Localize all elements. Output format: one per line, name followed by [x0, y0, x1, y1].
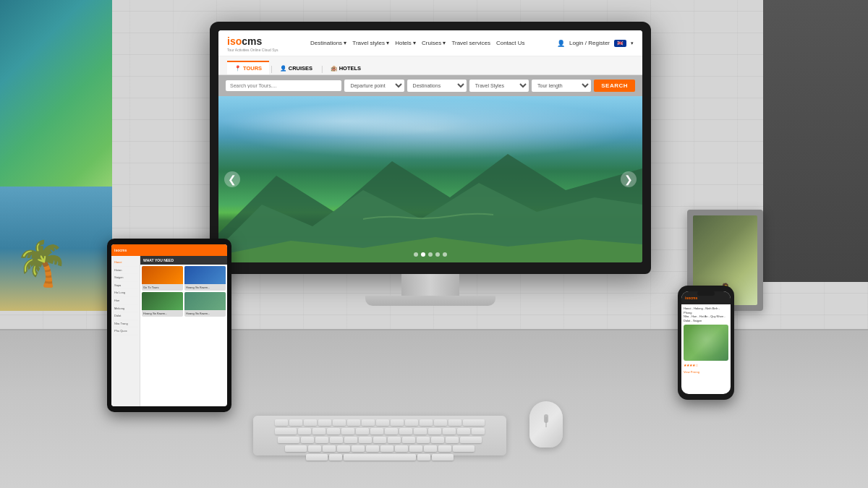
- phone-subtitle[interactable]: View Pricing: [684, 370, 728, 374]
- key: [347, 419, 360, 426]
- sidebar-item-nhatrang[interactable]: Nha Trang: [113, 320, 138, 328]
- hero-slider: ❮ ❯: [218, 96, 642, 262]
- tablet-card-2-text: Hoang Sa Kawm...: [184, 284, 226, 291]
- key: [409, 445, 422, 452]
- tour-length-select[interactable]: Tour length: [532, 80, 591, 92]
- tablet-card-4[interactable]: Hoang Sa Kawm...: [184, 292, 226, 317]
- key-shift-l: [285, 445, 307, 452]
- keyboard-row-1: [259, 419, 501, 426]
- sidebar-item-sapa[interactable]: Sapa: [113, 282, 138, 290]
- key: [315, 437, 328, 443]
- mouse-body: [529, 401, 563, 448]
- sidebar-item-mekong[interactable]: Mekong: [113, 305, 138, 313]
- travel-styles-select[interactable]: Travel Styles: [469, 80, 529, 92]
- tab-hotels-label: HOTELS: [339, 65, 361, 72]
- tablet-card-3[interactable]: Hoang Sa Kawm...: [142, 292, 183, 317]
- phone-bezel: isocms Hanoi - Halong - Ninh Binh - Phon…: [678, 286, 734, 400]
- tablet-card-2[interactable]: Hoang Sa Kawm...: [184, 266, 226, 291]
- tours-icon: 📍: [234, 65, 241, 72]
- key: [341, 428, 354, 435]
- tablet-content: WHAT YOU NEED Go To Tours Hoang Sa Kawm.…: [140, 256, 227, 406]
- sidebar-item-hue[interactable]: Hue: [113, 297, 138, 305]
- tablet-card-3-text: Hoang Sa Kawm...: [142, 310, 183, 317]
- nav-cruises[interactable]: Cruises ▾: [422, 40, 446, 46]
- key: [443, 428, 456, 435]
- slider-dot-5[interactable]: [443, 252, 447, 257]
- slider-prev-button[interactable]: ❮: [224, 171, 240, 187]
- monitor: isocms Tour Activities Online Cloud Sys …: [210, 22, 651, 306]
- departure-select[interactable]: Departure point: [344, 80, 404, 92]
- key: [370, 428, 383, 435]
- sidebar-item-halong[interactable]: Ha Long: [113, 289, 138, 297]
- sidebar-item-hanoi[interactable]: Hanoi: [113, 259, 138, 267]
- tablet-card-4-text: Hoang Sa Kawm...: [184, 310, 226, 317]
- key: [431, 437, 444, 443]
- sidebar-item-hoian[interactable]: Hoian: [113, 267, 138, 275]
- key: [446, 437, 459, 443]
- key: [472, 428, 485, 435]
- phone-notch: [697, 291, 715, 296]
- nav-travel-services[interactable]: Travel services: [451, 40, 490, 46]
- destinations-select[interactable]: Destinations: [407, 80, 467, 92]
- key: [457, 428, 470, 435]
- slider-dots: [414, 252, 447, 257]
- key: [301, 437, 314, 443]
- tablet-card-4-image: [184, 292, 226, 310]
- tablet-header: isocms: [111, 244, 227, 256]
- mouse-divider: [546, 417, 547, 427]
- phone-content: Hanoi - Halong - Ninh Binh - Phong Nha -…: [681, 304, 731, 377]
- slider-dot-2[interactable]: [421, 252, 425, 257]
- tab-tours-label: TOURS: [243, 65, 262, 72]
- key-enter: [460, 437, 482, 443]
- keyboard: [253, 416, 506, 455]
- slider-dot-3[interactable]: [428, 252, 433, 257]
- nav-flag[interactable]: 🇬🇧: [614, 40, 626, 47]
- key-cmd-l: [306, 454, 328, 461]
- key: [434, 419, 447, 426]
- key: [359, 437, 372, 443]
- phone-rating: ★★★★☆: [684, 363, 728, 369]
- tablet-card-3-image: [142, 292, 183, 310]
- tab-cruises[interactable]: 👤 CRUISES: [273, 61, 320, 74]
- search-bar: Departure point Destinations Travel Styl…: [218, 75, 642, 96]
- phone-info: ★★★★☆ View Pricing: [684, 363, 728, 374]
- tablet-card-1-image: [142, 266, 183, 284]
- key-tab: [275, 428, 297, 435]
- search-button[interactable]: SEARCH: [594, 80, 635, 92]
- key: [356, 428, 369, 435]
- nav-links: Destinations ▾ Travel styles ▾ Hotels ▾ …: [310, 40, 524, 46]
- phone-stars: ★★★★☆: [684, 363, 698, 369]
- nav-destinations[interactable]: Destinations ▾: [310, 40, 346, 46]
- tab-tours[interactable]: 📍 TOURS: [227, 61, 269, 74]
- nav-travel-styles[interactable]: Travel styles ▾: [352, 40, 389, 46]
- nav-contact[interactable]: Contact Us: [496, 40, 525, 46]
- key: [424, 445, 437, 452]
- search-input[interactable]: [226, 80, 341, 91]
- key: [428, 428, 441, 435]
- slider-dot-1[interactable]: [414, 252, 418, 257]
- phone-tour-image: [684, 325, 728, 361]
- key-cmd-r: [432, 454, 454, 461]
- key: [298, 428, 311, 435]
- slider-dot-4[interactable]: [435, 252, 440, 257]
- tablet-card-grid: Go To Tours Hoang Sa Kawm... Hoang Sa Ka…: [140, 265, 227, 318]
- key-space: [344, 454, 416, 461]
- sidebar-item-saigon[interactable]: Saigon: [113, 274, 138, 282]
- key-alt-r: [417, 454, 430, 461]
- tablet-card-2-image: [184, 266, 226, 284]
- nav-login[interactable]: Login / Register: [569, 40, 610, 46]
- nav-hotels[interactable]: Hotels ▾: [395, 40, 416, 46]
- sidebar-item-dalat[interactable]: Dalat: [113, 312, 138, 320]
- tablet-content-header: WHAT YOU NEED: [140, 256, 227, 265]
- tab-cruises-label: CRUISES: [289, 65, 312, 72]
- key: [395, 445, 408, 452]
- key: [352, 445, 365, 452]
- sidebar-item-phuquoc[interactable]: Phu Quoc: [113, 328, 138, 335]
- search-tabs: 📍 TOURS | 👤 CRUISES | 🏨 HOTELS: [218, 56, 642, 75]
- key: [337, 445, 350, 452]
- tab-hotels[interactable]: 🏨 HOTELS: [323, 61, 368, 74]
- slider-next-button[interactable]: ❯: [621, 171, 637, 187]
- tablet-sidebar: Hanoi Hoian Saigon Sapa Ha Long Hue Meko…: [111, 256, 140, 406]
- tablet-card-1[interactable]: Go To Tours: [142, 266, 183, 291]
- key-alt-l: [329, 454, 342, 461]
